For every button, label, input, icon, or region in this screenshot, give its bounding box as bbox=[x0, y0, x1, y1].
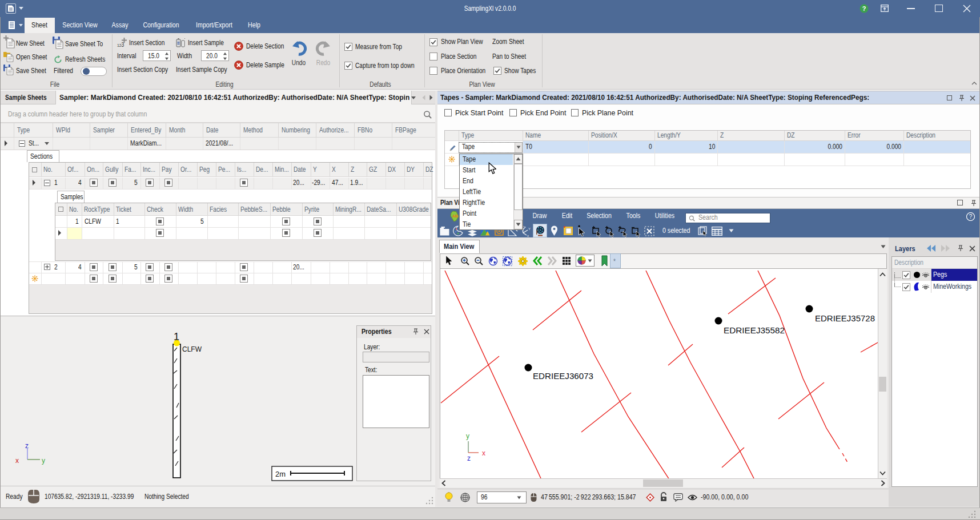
svg-text:x: x bbox=[482, 449, 485, 457]
svg-text:x: x bbox=[527, 234, 529, 237]
svg-text:z: z bbox=[25, 442, 29, 450]
svg-text:2m: 2m bbox=[275, 470, 286, 478]
svg-text:Y: Y bbox=[528, 227, 531, 231]
svg-text:EDRIEEJ35582: EDRIEEJ35582 bbox=[724, 325, 785, 335]
svg-text:AB: AB bbox=[452, 214, 458, 218]
svg-text:EDRIEEJ35728: EDRIEEJ35728 bbox=[815, 313, 875, 323]
svg-text:x: x bbox=[15, 457, 19, 465]
svg-text:CLFW: CLFW bbox=[182, 345, 202, 353]
svg-text:y: y bbox=[42, 457, 45, 465]
svg-text:z: z bbox=[467, 454, 471, 462]
svg-text:?: ? bbox=[969, 213, 973, 220]
svg-text:EDRIEEJ36073: EDRIEEJ36073 bbox=[533, 371, 593, 381]
svg-text:y: y bbox=[466, 432, 469, 440]
svg-text:?: ? bbox=[862, 5, 866, 12]
